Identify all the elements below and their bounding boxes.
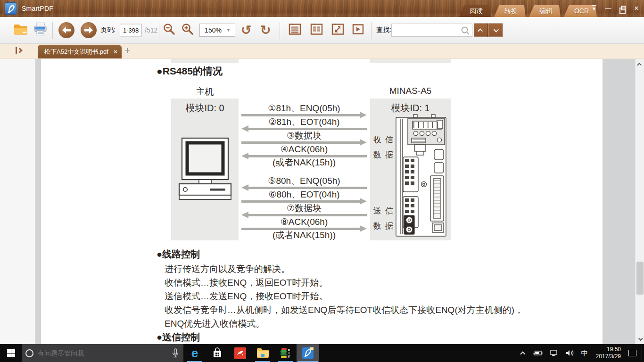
edge-icon: e <box>191 347 198 359</box>
document-area: ●RS485的情况 主机 MINAS-A5 模块ID: 0 <box>0 59 644 344</box>
previous-diagram-fragment <box>370 59 451 63</box>
zoom-level-select[interactable]: 150% ▼ <box>199 24 235 37</box>
page-total-label: /512 <box>145 26 157 34</box>
device-title: MINAS-A5 <box>370 86 451 96</box>
ribbon-tab-convert[interactable]: 转换 <box>494 5 526 17</box>
arrow-left-icon <box>241 186 367 189</box>
network-status-icon[interactable] <box>546 344 562 362</box>
scroll-down-button[interactable] <box>636 335 644 343</box>
cortana-icon <box>25 349 33 357</box>
taskbar-app-red-editor[interactable] <box>229 344 251 362</box>
single-page-view-icon <box>288 23 302 36</box>
receive-data-label: 收 信 数 据 <box>373 134 394 160</box>
host-box: 模块ID: 0 <box>171 99 239 240</box>
find-input[interactable] <box>394 24 460 36</box>
ime-indicator[interactable]: 中 <box>578 344 592 362</box>
message-row: ②81h、EOT(04h) <box>241 117 367 131</box>
minimize-button[interactable]: — <box>604 4 612 12</box>
action-center-icon <box>628 350 636 356</box>
microphone-icon <box>172 348 179 358</box>
windows-taskbar: e <box>0 344 644 362</box>
fullscreen-button[interactable] <box>331 23 345 38</box>
chevron-down-icon <box>494 27 499 32</box>
app-menu-button[interactable]: ▼ <box>590 4 598 12</box>
zoom-out-button[interactable] <box>163 23 176 38</box>
taskbar-app-edge[interactable]: e <box>183 344 206 362</box>
message-row: ⑧ACK(06h) <box>241 217 367 230</box>
folder-icon <box>13 23 28 36</box>
find-next-button[interactable] <box>488 24 503 37</box>
rotate-right-button[interactable]: ↻ <box>260 24 271 37</box>
system-tray: 中 19:50 2017/3/29 <box>519 344 644 362</box>
open-file-button[interactable] <box>13 23 28 38</box>
tab-close-button[interactable]: ✕ <box>109 49 118 55</box>
rotate-left-button[interactable]: ↺ <box>241 24 252 37</box>
toolbar-separator <box>52 22 53 39</box>
svg-text:X: X <box>288 348 290 352</box>
body-line: ENQ优先进入收信模式。 <box>165 317 523 330</box>
scroll-up-button[interactable] <box>636 60 644 68</box>
zoom-in-button[interactable] <box>181 23 194 38</box>
pdf-page: ●RS485的情况 主机 MINAS-A5 模块ID: 0 <box>41 59 603 344</box>
tray-overflow-button[interactable] <box>519 344 529 362</box>
single-page-view-button[interactable] <box>288 23 302 38</box>
previous-page-button[interactable] <box>58 22 74 38</box>
label-char: 信 <box>385 134 394 145</box>
new-tab-button[interactable]: + <box>124 45 130 56</box>
taskbar-app-file-explorer[interactable] <box>251 344 274 362</box>
menu-caret-icon: ▼ <box>592 5 596 11</box>
zoom-in-icon <box>181 23 194 36</box>
start-button[interactable] <box>0 344 22 362</box>
page-number-input[interactable] <box>120 24 142 37</box>
search-icon <box>461 26 470 35</box>
taskbar-app-converter[interactable]: X Y <box>274 344 297 362</box>
zoom-out-icon <box>163 23 176 36</box>
show-desktop-button[interactable] <box>642 344 644 362</box>
print-button[interactable] <box>33 23 48 38</box>
ribbon-tab-read[interactable]: 阅读 <box>459 5 491 17</box>
document-viewport[interactable]: ●RS485的情况 主机 MINAS-A5 模块ID: 0 <box>35 59 635 344</box>
clock-date: 2017/3/29 <box>596 353 621 360</box>
svg-text:Y: Y <box>288 354 290 359</box>
next-page-button[interactable] <box>81 22 97 38</box>
converter-icon: X Y <box>279 347 291 359</box>
two-page-view-button[interactable] <box>310 23 323 38</box>
label-char: 据 <box>385 221 394 231</box>
message-row: ⑥80h、EOT(04h) <box>241 189 367 203</box>
vertical-scrollbar[interactable] <box>635 59 644 344</box>
arrow-left-icon <box>241 214 367 217</box>
servo-drive-illustration <box>395 114 448 239</box>
document-tab-strip: 松下A52中文说明书.pdf ✕ + <box>0 44 644 59</box>
title-bar: SmartPDF 阅读 转换 编辑 OCR ▼ — ✕ <box>0 0 644 17</box>
arrow-left-icon <box>241 155 367 158</box>
taskbar-app-smartpdf[interactable] <box>297 344 319 362</box>
chevron-up-icon <box>478 28 483 33</box>
taskbar-clock[interactable]: 19:50 2017/3/29 <box>592 346 625 360</box>
section-heading-rs485: ●RS485的情况 <box>157 65 223 78</box>
find-previous-button[interactable] <box>474 24 488 37</box>
arrow-left-icon <box>241 127 367 131</box>
device-module-id: 模块ID: 1 <box>370 102 451 115</box>
sidebar-toggle-button[interactable] <box>16 47 22 54</box>
document-tab[interactable]: 松下A52中文说明书.pdf ✕ <box>38 45 122 58</box>
chevron-up-icon <box>520 351 525 356</box>
restore-icon <box>621 6 626 10</box>
zoom-level-value: 150% <box>200 26 226 34</box>
message-note: (或者NAK(15h)) <box>241 230 367 241</box>
cortana-search-box[interactable] <box>22 344 183 362</box>
slideshow-button[interactable] <box>351 23 365 38</box>
message-sequence: ①81h、ENQ(05h) ②81h、EOT(04h) ③数据块 ④ACK(06… <box>241 103 367 241</box>
action-center-button[interactable] <box>625 344 640 362</box>
battery-status-icon[interactable] <box>529 344 546 362</box>
chevron-up-icon <box>637 62 642 67</box>
close-button[interactable]: ✕ <box>633 4 640 12</box>
taskbar-app-store[interactable] <box>206 344 229 362</box>
restore-button[interactable] <box>619 4 626 12</box>
ribbon-tab-edit[interactable]: 编辑 <box>529 5 561 17</box>
volume-icon[interactable] <box>562 344 578 362</box>
message-row: ③数据块 <box>241 131 367 144</box>
chevron-down-icon: ▼ <box>226 28 235 33</box>
scrollbar-thumb[interactable] <box>636 262 644 295</box>
body-line: 收发信号竞争时…从机侧时，如发送ENQ后等待EOT收信状态下接收ENQ(对方主机… <box>165 303 523 317</box>
taskbar-search-input[interactable] <box>38 349 172 357</box>
